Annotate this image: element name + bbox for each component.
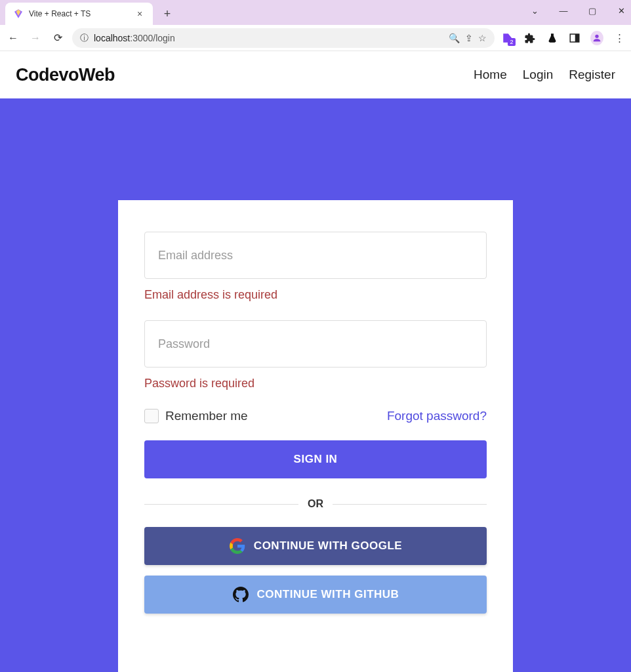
google-button-label: CONTINUE WITH GOOGLE bbox=[254, 539, 402, 553]
github-button-label: CONTINUE WITH GITHUB bbox=[257, 588, 399, 601]
extension-badge: 2 bbox=[508, 38, 516, 46]
zoom-icon[interactable]: 🔍 bbox=[449, 33, 460, 43]
address-bar[interactable]: ⓘ localhost:3000/login 🔍 ⇪ ☆ bbox=[72, 28, 495, 48]
remember-checkbox[interactable] bbox=[144, 409, 159, 423]
google-icon bbox=[229, 537, 246, 555]
divider-label: OR bbox=[308, 498, 323, 510]
maximize-icon[interactable]: ▢ bbox=[586, 6, 598, 16]
new-tab-button[interactable]: + bbox=[158, 5, 176, 23]
extension-icon[interactable]: 2 bbox=[501, 32, 514, 45]
kebab-menu-icon[interactable]: ⋮ bbox=[613, 32, 626, 45]
continue-github-button[interactable]: CONTINUE WITH GITHUB bbox=[144, 576, 487, 614]
share-icon[interactable]: ⇪ bbox=[465, 33, 473, 43]
continue-google-button[interactable]: CONTINUE WITH GOOGLE bbox=[144, 527, 487, 565]
forward-button[interactable]: → bbox=[28, 32, 43, 44]
close-window-icon[interactable]: ✕ bbox=[615, 6, 627, 16]
svg-point-2 bbox=[595, 34, 598, 37]
remember-label: Remember me bbox=[165, 409, 248, 423]
reload-button[interactable]: ⟳ bbox=[50, 32, 66, 44]
nav-login[interactable]: Login bbox=[523, 68, 554, 82]
remember-me[interactable]: Remember me bbox=[144, 409, 248, 423]
extensions-puzzle-icon[interactable] bbox=[523, 32, 537, 45]
tab-title: Vite + React + TS bbox=[29, 9, 134, 18]
hero-section: Email address is required Password is re… bbox=[0, 98, 631, 672]
nav-home[interactable]: Home bbox=[474, 68, 507, 82]
sign-in-button[interactable]: SIGN IN bbox=[144, 440, 487, 478]
password-error: Password is required bbox=[144, 377, 487, 390]
divider: OR bbox=[144, 498, 487, 510]
password-group: Password is required bbox=[144, 320, 487, 390]
github-icon bbox=[232, 586, 249, 603]
browser-toolbar: ← → ⟳ ⓘ localhost:3000/login 🔍 ⇪ ☆ 2 bbox=[0, 25, 631, 51]
email-error: Email address is required bbox=[144, 288, 487, 302]
svg-rect-1 bbox=[575, 34, 579, 42]
site-info-icon[interactable]: ⓘ bbox=[80, 32, 89, 44]
minimize-icon[interactable]: — bbox=[558, 6, 569, 16]
site-logo[interactable]: CodevoWeb bbox=[16, 65, 115, 85]
close-tab-icon[interactable]: × bbox=[134, 9, 145, 19]
flask-icon[interactable] bbox=[546, 32, 559, 45]
sign-in-label: SIGN IN bbox=[294, 453, 338, 466]
bookmark-icon[interactable]: ☆ bbox=[478, 33, 487, 43]
forgot-password-link[interactable]: Forgot password? bbox=[387, 409, 487, 423]
site-header: CodevoWeb Home Login Register bbox=[0, 51, 631, 98]
url-text: localhost:3000/login bbox=[94, 33, 443, 43]
primary-nav: Home Login Register bbox=[474, 68, 615, 82]
back-button[interactable]: ← bbox=[5, 32, 21, 44]
nav-register[interactable]: Register bbox=[569, 68, 615, 82]
password-input[interactable] bbox=[144, 320, 487, 368]
browser-tab[interactable]: Vite + React + TS × bbox=[5, 3, 153, 25]
email-group: Email address is required bbox=[144, 232, 487, 302]
login-card: Email address is required Password is re… bbox=[118, 200, 513, 672]
browser-titlebar: Vite + React + TS × + ⌄ — ▢ ✕ bbox=[0, 0, 631, 25]
email-input[interactable] bbox=[144, 232, 487, 279]
panel-icon[interactable] bbox=[568, 32, 581, 45]
profile-avatar-icon[interactable] bbox=[590, 32, 603, 45]
caret-down-icon[interactable]: ⌄ bbox=[529, 6, 540, 16]
favicon-icon bbox=[13, 9, 24, 19]
